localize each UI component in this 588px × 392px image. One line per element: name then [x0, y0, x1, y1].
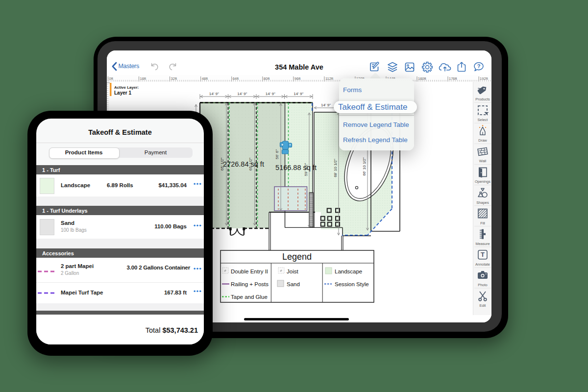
svg-text:66' 10 1/2": 66' 10 1/2" [362, 157, 367, 176]
svg-text:68' 10 1/2": 68' 10 1/2" [333, 159, 338, 177]
svg-text:T: T [481, 251, 485, 258]
svg-text:Products: Products [475, 97, 490, 101]
svg-text:Edit: Edit [480, 303, 487, 308]
svg-text:Double Entry II: Double Entry II [231, 269, 268, 274]
svg-text:Active Layer:: Active Layer: [114, 85, 139, 90]
svg-text:14' 9": 14' 9" [266, 92, 275, 96]
svg-text:14' 9": 14' 9" [237, 92, 247, 96]
svg-text:112ft: 112ft [325, 76, 334, 81]
svg-text:2726.84 sq ft: 2726.84 sq ft [223, 160, 264, 168]
svg-text:Photo: Photo [478, 283, 488, 287]
svg-text:14' 9": 14' 9" [321, 103, 331, 107]
svg-text:Select: Select [478, 118, 489, 122]
svg-text:Layer 1: Layer 1 [114, 90, 131, 96]
svg-text:Annotate: Annotate [475, 262, 490, 267]
svg-text:Legend: Legend [282, 252, 312, 262]
svg-text:Openings: Openings [475, 179, 490, 184]
svg-text:176ft: 176ft [449, 76, 458, 81]
svg-text:5166.88 sq ft: 5166.88 sq ft [275, 164, 317, 172]
svg-text:14' 9": 14' 9" [294, 92, 303, 96]
svg-text:Joist: Joist [287, 269, 298, 274]
svg-text:56' 6": 56' 6" [275, 149, 279, 159]
svg-text:Tape and Glue: Tape and Glue [231, 294, 268, 300]
svg-text:160ft: 160ft [418, 76, 427, 81]
svg-text:Sand: Sand [287, 281, 300, 287]
svg-text:192ft: 192ft [480, 76, 489, 81]
svg-text:14' 9": 14' 9" [209, 92, 219, 96]
svg-text:Session Style: Session Style [335, 281, 369, 287]
svg-text:Railing + Posts: Railing + Posts [231, 281, 269, 287]
svg-text:Wall: Wall [479, 159, 487, 163]
svg-text:Landscape: Landscape [335, 269, 362, 274]
svg-text:Shapes: Shapes [476, 200, 489, 205]
svg-text:Draw: Draw [478, 138, 487, 143]
svg-text:0ft: 0ft [109, 76, 114, 81]
svg-text:?: ? [477, 63, 481, 69]
svg-text:Measure: Measure [475, 242, 490, 246]
svg-text:Fill: Fill [480, 221, 485, 225]
